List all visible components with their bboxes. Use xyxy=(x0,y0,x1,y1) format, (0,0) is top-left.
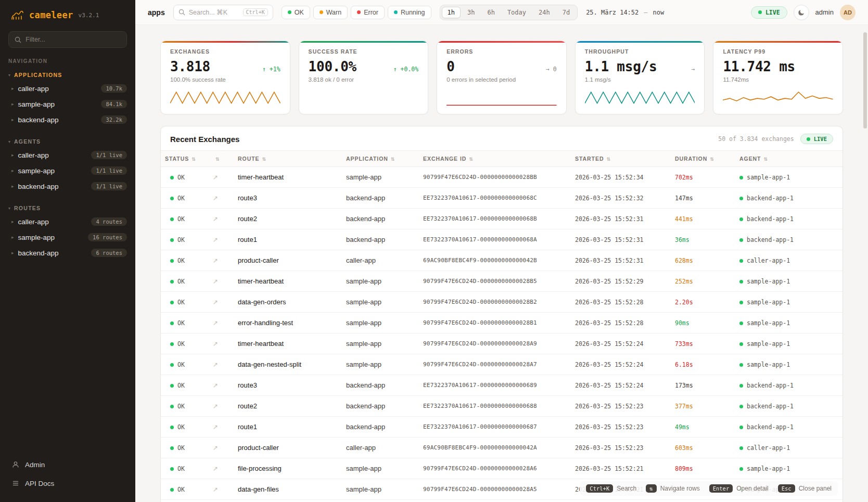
open-detail-icon[interactable]: ↗ xyxy=(213,486,218,493)
exchange-row[interactable]: OK ↗ route1 backend-app EE7322370A10617-… xyxy=(161,417,843,437)
status-filter-group: OK Warn Error Running xyxy=(282,6,431,19)
sidebar-item[interactable]: ▸ caller-app 10.7k xyxy=(0,81,135,96)
status-filter-chip[interactable]: Warn xyxy=(313,6,348,19)
status-label: OK xyxy=(177,361,185,368)
status-label: OK xyxy=(177,403,185,410)
time-display[interactable]: 25. März 14:52 — now xyxy=(586,9,664,16)
exchange-row[interactable]: OK ↗ error-handling-test sample-app 9079… xyxy=(161,313,843,333)
exchange-row[interactable]: OK ↗ timer-heartbeat sample-app 90799F47… xyxy=(161,333,843,354)
exchange-row[interactable]: OK ↗ route2 backend-app EE7322370A10617-… xyxy=(161,396,843,417)
exchange-id-cell: 90799F47E6CD24D-00000000000028B2 xyxy=(419,292,571,313)
sidebar: cameleer v3.2.1 NAVIGATION ▾ APPLICATION… xyxy=(0,0,135,502)
status-ok-dot xyxy=(170,342,174,346)
sort-icon: ⇅ xyxy=(262,157,266,162)
agent-cell: sample-app-1 xyxy=(747,361,790,368)
agent-status-dot xyxy=(739,280,743,284)
column-header[interactable]: ROUTE⇅ xyxy=(234,151,342,167)
sidebar-item[interactable]: ▸ caller-app 1/1 live xyxy=(0,147,135,163)
sidebar-item[interactable]: ▸ backend-app 32.2k xyxy=(0,112,135,127)
open-detail-icon[interactable]: ↗ xyxy=(213,319,218,327)
api-docs-icon xyxy=(11,479,20,487)
open-detail-icon[interactable]: ↗ xyxy=(213,382,218,389)
theme-toggle-button[interactable] xyxy=(794,5,809,20)
open-detail-icon[interactable]: ↗ xyxy=(213,195,218,202)
exchange-row[interactable]: OK ↗ file-processing sample-app 90799F47… xyxy=(161,458,843,479)
card-delta: → 0 xyxy=(546,66,557,73)
chevron-right-icon: ▸ xyxy=(11,117,14,122)
status-ok-dot xyxy=(170,363,174,367)
time-range-button[interactable]: Today xyxy=(502,7,532,18)
hint-label: Navigate rows xyxy=(660,485,700,492)
agent-cell: backend-app-1 xyxy=(747,236,794,243)
sidebar-section-header[interactable]: ▾ AGENTS xyxy=(0,136,135,147)
time-range-group: 1h3h6hToday24h7d xyxy=(440,5,578,20)
time-range-button[interactable]: 7d xyxy=(557,7,576,18)
sidebar-item-api-docs[interactable]: API Docs xyxy=(8,475,127,492)
column-header[interactable]: EXCHANGE ID⇅ xyxy=(419,151,571,167)
open-detail-icon[interactable]: ↗ xyxy=(213,340,218,347)
sidebar-item-label: caller-app xyxy=(18,218,49,226)
open-detail-icon[interactable]: ↗ xyxy=(213,361,218,368)
app-root: cameleer v3.2.1 NAVIGATION ▾ APPLICATION… xyxy=(0,0,868,502)
open-detail-icon[interactable]: ↗ xyxy=(213,465,218,472)
exchange-row[interactable]: OK ↗ timer-heartbeat sample-app 90799F47… xyxy=(161,271,843,292)
column-header[interactable]: DURATION⇅ xyxy=(671,151,735,167)
exchange-row[interactable]: OK ↗ timer-heartbeat sample-app 90799F47… xyxy=(161,167,843,188)
open-detail-icon[interactable]: ↗ xyxy=(213,278,218,285)
sidebar-item[interactable]: ▸ sample-app 16 routes xyxy=(0,229,135,245)
column-header[interactable]: STARTED⇅ xyxy=(571,151,671,167)
exchange-row[interactable]: OK ↗ data-gen-nested-split sample-app 90… xyxy=(161,354,843,375)
sidebar-admin-label: Admin xyxy=(25,461,45,469)
open-detail-icon[interactable]: ↗ xyxy=(213,423,218,431)
sidebar-filter[interactable] xyxy=(8,31,127,48)
panel-live-badge: LIVE xyxy=(800,134,833,144)
open-detail-icon[interactable]: ↗ xyxy=(213,215,218,223)
live-dot xyxy=(807,137,810,141)
sidebar-section-header[interactable]: ▾ APPLICATIONS xyxy=(0,69,135,81)
sidebar-item-admin[interactable]: Admin xyxy=(8,456,127,473)
sort-icon: ⇅ xyxy=(469,157,474,162)
status-dot xyxy=(288,10,291,14)
time-range-button[interactable]: 3h xyxy=(462,7,480,18)
open-detail-icon[interactable]: ↗ xyxy=(213,257,218,264)
exchange-row[interactable]: OK ↗ route3 backend-app EE7322370A10617-… xyxy=(161,375,843,396)
open-detail-icon[interactable]: ↗ xyxy=(213,403,218,410)
sort-icon: ⇅ xyxy=(215,157,220,162)
search-icon xyxy=(14,35,21,44)
avatar[interactable]: AD xyxy=(840,5,856,20)
status-filter-chip[interactable]: Error xyxy=(351,6,385,19)
open-detail-icon[interactable]: ↗ xyxy=(213,299,218,306)
column-header[interactable]: AGENT⇅ xyxy=(735,151,843,167)
sidebar-item[interactable]: ▸ caller-app 4 routes xyxy=(0,214,135,229)
sidebar-item[interactable]: ▸ sample-app 84.1k xyxy=(0,96,135,112)
column-header[interactable]: STATUS⇅ xyxy=(161,151,209,167)
exchange-row[interactable]: OK ↗ product-caller caller-app 69AC90BF8… xyxy=(161,250,843,271)
exchange-row[interactable]: OK ↗ product-caller caller-app 69AC90BF8… xyxy=(161,437,843,458)
route-cell: product-caller xyxy=(234,437,342,458)
time-range-button[interactable]: 6h xyxy=(481,7,500,18)
exchange-row[interactable]: OK ↗ data-gen-orders sample-app 90799F47… xyxy=(161,292,843,313)
time-range-button[interactable]: 1h xyxy=(442,7,461,18)
column-header[interactable]: APPLICATION⇅ xyxy=(342,151,419,167)
sidebar-filter-input[interactable] xyxy=(25,36,121,43)
scrollbar-thumb[interactable] xyxy=(863,32,867,128)
status-filter-chip[interactable]: Running xyxy=(388,6,431,19)
live-toggle[interactable]: LIVE xyxy=(751,6,787,19)
global-search-input[interactable] xyxy=(189,9,239,16)
table-body: OK ↗ timer-heartbeat sample-app 90799F47… xyxy=(161,167,843,500)
open-detail-icon[interactable]: ↗ xyxy=(213,444,218,452)
open-detail-icon[interactable]: ↗ xyxy=(213,236,218,243)
context-label[interactable]: apps xyxy=(148,8,165,17)
global-search[interactable]: Ctrl+K xyxy=(173,5,273,20)
sidebar-item[interactable]: ▸ backend-app 1/1 live xyxy=(0,178,135,194)
sidebar-item[interactable]: ▸ sample-app 1/1 live xyxy=(0,163,135,178)
open-detail-icon[interactable]: ↗ xyxy=(213,174,218,181)
exchange-row[interactable]: OK ↗ route3 backend-app EE7322370A10617-… xyxy=(161,188,843,209)
column-header[interactable]: ⇅ xyxy=(209,151,234,167)
status-filter-chip[interactable]: OK xyxy=(282,6,310,19)
sidebar-section-header[interactable]: ▾ ROUTES xyxy=(0,202,135,214)
exchange-row[interactable]: OK ↗ route2 backend-app EE7322370A10617-… xyxy=(161,209,843,229)
sidebar-item[interactable]: ▸ backend-app 6 routes xyxy=(0,245,135,261)
exchange-row[interactable]: OK ↗ route1 backend-app EE7322370A10617-… xyxy=(161,229,843,250)
time-range-button[interactable]: 24h xyxy=(533,7,556,18)
